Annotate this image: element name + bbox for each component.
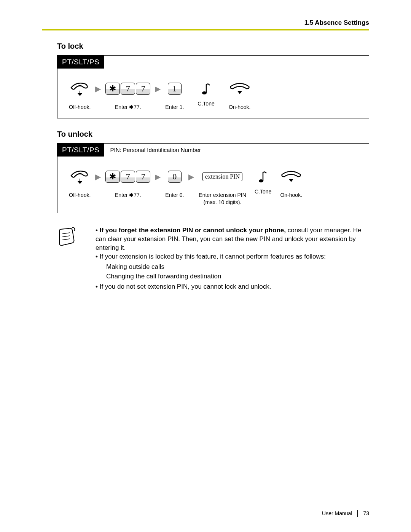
footer-separator — [357, 510, 358, 517]
heading-to-unlock: To unlock — [57, 130, 369, 139]
pin-definition: PIN: Personal Identification Number — [110, 144, 201, 153]
step-one: 1 Enter 1. — [165, 78, 184, 110]
section-title-text: 1.5 Absence Settings — [304, 19, 369, 26]
arrow-icon: ▶ — [93, 166, 103, 187]
keycap-7a: 7 — [121, 83, 135, 95]
label-pin-max: (max. 10 digits). — [204, 199, 242, 205]
keycap-star: ✱ — [105, 171, 120, 183]
step-ctone: C.Tone — [198, 78, 214, 107]
arrow-icon: ▶ — [153, 166, 163, 187]
note-item-1: • If you forget the extension PIN or can… — [96, 226, 369, 252]
label-onhook: On-hook. — [280, 192, 302, 198]
label-onhook: On-hook. — [229, 104, 251, 110]
note-bold: If you forget the extension PIN or canno… — [100, 227, 286, 234]
step-offhook: Off-hook. — [69, 78, 91, 110]
step-onhook: On-hook. — [280, 166, 303, 198]
note-sub-2: Changing the call forwarding destination — [106, 272, 369, 281]
keycap-group-star77: ✱ 7 7 — [105, 171, 150, 183]
label-offhook: Off-hook. — [69, 192, 91, 198]
arrow-icon: ▶ — [153, 78, 163, 99]
footer-page: 73 — [363, 510, 369, 516]
section-header: 1.5 Absence Settings — [42, 19, 369, 30]
step-code: ✱ 7 7 Enter ✱77. — [105, 166, 150, 198]
tone-icon — [201, 78, 212, 99]
step-offhook: Off-hook. — [69, 166, 91, 198]
keycap-star: ✱ — [105, 83, 120, 95]
keycap-0: 0 — [168, 171, 182, 183]
page-footer: User Manual 73 — [322, 510, 369, 517]
phone-type-tab: PT/SLT/PS — [57, 56, 104, 69]
keycap-group-star77: ✱ 7 7 — [105, 83, 150, 95]
note-text: • If you forget the extension PIN or can… — [85, 225, 369, 293]
step-onhook: On-hook. — [228, 78, 251, 110]
arrow-icon: ▶ — [93, 78, 103, 99]
note-sub-1: Making outside calls — [106, 263, 369, 272]
heading-to-lock: To lock — [57, 42, 369, 51]
flow-unlock: Off-hook. ▶ ✱ 7 7 Enter ✱77. ▶ 0 Ent — [57, 157, 369, 213]
note-icon — [57, 225, 78, 293]
keycap-7b: 7 — [136, 171, 150, 183]
label-enter-code: Enter ✱77. — [115, 192, 141, 198]
arrow-icon: ▶ — [186, 166, 196, 187]
manual-page: 1.5 Absence Settings To lock PT/SLT/PS O… — [0, 0, 411, 532]
step-ctone: C.Tone — [255, 166, 271, 195]
label-enter-1: Enter 1. — [165, 104, 184, 110]
procedure-box-unlock: PT/SLT/PS PIN: Personal Identification N… — [57, 143, 369, 213]
step-ext-pin: extension PIN Enter extension PIN (max. … — [199, 166, 246, 205]
label-offhook: Off-hook. — [69, 104, 91, 110]
offhook-icon — [70, 166, 90, 187]
label-ctone: C.Tone — [198, 101, 214, 107]
label-enter-0: Enter 0. — [165, 192, 184, 198]
note-block: • If you forget the extension PIN or can… — [57, 225, 369, 293]
label-enter-pin: Enter extension PIN — [199, 192, 246, 198]
keycap-7a: 7 — [121, 171, 135, 183]
keycap-7b: 7 — [136, 83, 150, 95]
tone-icon — [257, 166, 269, 187]
label-enter-code: Enter ✱77. — [115, 104, 141, 110]
label-ctone: C.Tone — [255, 189, 271, 195]
note-item-3: • If you do not set extension PIN, you c… — [96, 283, 369, 291]
offhook-icon — [70, 78, 90, 99]
footer-label: User Manual — [322, 510, 352, 516]
onhook-icon — [280, 166, 303, 187]
flow-lock: Off-hook. ▶ ✱ 7 7 Enter ✱77. ▶ 1 Ent — [57, 69, 369, 118]
note-item-2: • If your extension is locked by this fe… — [96, 252, 369, 281]
procedure-box-lock: PT/SLT/PS Off-hook. ▶ ✱ 7 — [57, 55, 369, 118]
extension-pin-box: extension PIN — [202, 172, 242, 181]
onhook-icon — [228, 78, 251, 99]
step-code: ✱ 7 7 Enter ✱77. — [105, 78, 150, 110]
step-zero: 0 Enter 0. — [165, 166, 184, 198]
keycap-1: 1 — [168, 83, 182, 95]
phone-type-tab: PT/SLT/PS — [57, 144, 104, 157]
